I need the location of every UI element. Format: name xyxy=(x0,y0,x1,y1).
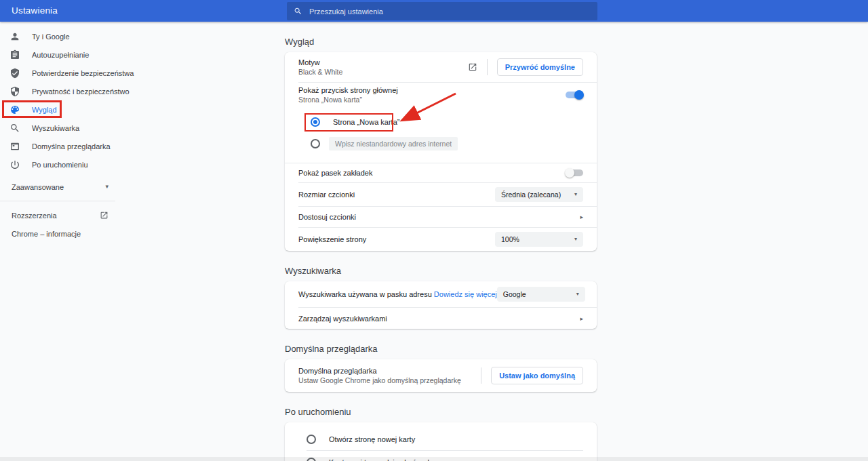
chevron-right-icon: ▸ xyxy=(580,315,583,322)
dropdown-caret-icon: ▾ xyxy=(576,292,579,297)
font-size-select[interactable]: Średnia (zalecana) ▾ xyxy=(495,187,583,202)
dropdown-caret-icon: ▾ xyxy=(574,237,577,242)
search-engine-row: Wyszukiwarka używana w pasku adresu Dowi… xyxy=(285,281,597,307)
appearance-heading: Wygląd xyxy=(285,22,597,52)
home-button-title: Pokaż przycisk strony głównej xyxy=(298,85,398,95)
font-size-label: Rozmiar czcionki xyxy=(298,190,355,199)
home-button-value: Strona „Nowa karta” xyxy=(298,96,398,104)
font-size-row: Rozmiar czcionki Średnia (zalecana) ▾ xyxy=(285,183,597,206)
palette-icon xyxy=(9,104,20,115)
clipboard-icon xyxy=(9,49,20,60)
search-engine-label: Wyszukiwarka używana w pasku adresu xyxy=(298,290,432,298)
ntp-radio-label: Strona „Nowa karta” xyxy=(333,118,399,126)
sidebar-item-label: Po uruchomieniu xyxy=(32,161,88,169)
open-in-new-icon[interactable] xyxy=(468,62,477,72)
search-engine-select[interactable]: Google ▾ xyxy=(497,287,585,302)
search-input[interactable] xyxy=(309,7,591,16)
radio-unselected[interactable] xyxy=(307,435,316,444)
page-zoom-select[interactable]: 100% ▾ xyxy=(495,232,583,247)
manage-search-engines-label: Zarządzaj wyszukiwarkami xyxy=(298,314,387,323)
ntp-radio-row[interactable]: Strona „Nowa karta” xyxy=(311,111,583,133)
default-browser-card: Domyślna przeglądarka Ustaw Google Chrom… xyxy=(285,359,597,392)
learn-more-link[interactable]: Dowiedz się więcej xyxy=(434,290,497,298)
search-engine-card: Wyszukiwarka używana w pasku adresu Dowi… xyxy=(285,281,597,329)
sidebar-item-on-startup[interactable]: Po uruchomieniu xyxy=(0,155,142,174)
home-button-radio-group: Strona „Nowa karta” xyxy=(285,107,597,163)
vertical-divider xyxy=(487,59,488,75)
radio-selected[interactable] xyxy=(311,117,320,127)
extensions-label: Rozszerzenia xyxy=(12,212,57,220)
browser-window-icon xyxy=(9,141,20,152)
app-header: Ustawienia xyxy=(0,0,868,22)
on-startup-heading: Po uruchomieniu xyxy=(285,392,597,422)
default-browser-heading: Domyślna przeglądarka xyxy=(285,329,597,359)
advanced-label: Zaawansowane xyxy=(12,183,64,191)
startup-radio-group: Otwórz stronę nowej karty Kontynuuj tam,… xyxy=(285,422,597,461)
chevron-down-icon: ▾ xyxy=(105,184,108,190)
radio-unselected[interactable] xyxy=(311,139,320,148)
sidebar-item-privacy[interactable]: Prywatność i bezpieczeństwo xyxy=(0,82,142,100)
set-default-button[interactable]: Ustaw jako domyślną xyxy=(491,367,583,384)
vertical-divider xyxy=(481,367,481,384)
bookmarks-bar-row: Pokaż pasek zakładek xyxy=(285,163,597,182)
toggle-knob xyxy=(565,168,574,178)
dropdown-caret-icon: ▾ xyxy=(574,192,577,197)
security-shield-icon xyxy=(9,86,20,97)
theme-row[interactable]: Motyw Black & White Przywróć domyślne xyxy=(285,52,597,82)
settings-content: Wygląd Motyw Black & White Przywróć domy… xyxy=(285,22,597,461)
sidebar-item-label: Autouzupełnianie xyxy=(32,51,89,59)
default-browser-title: Domyślna przeglądarka xyxy=(298,366,461,376)
sidebar-item-label: Potwierdzenie bezpieczeństwa xyxy=(32,69,134,77)
default-browser-row: Domyślna przeglądarka Ustaw Google Chrom… xyxy=(285,359,597,392)
startup-option-ntp[interactable]: Otwórz stronę nowej karty xyxy=(307,428,583,450)
sidebar-item-you-and-google[interactable]: Ty i Google xyxy=(0,27,142,45)
sidebar-advanced-toggle[interactable]: Zaawansowane ▾ xyxy=(0,178,108,196)
sidebar-item-search-engine[interactable]: Wyszukiwarka xyxy=(0,119,142,137)
home-button-toggle[interactable] xyxy=(566,92,583,98)
settings-search[interactable] xyxy=(287,2,597,20)
power-icon xyxy=(9,159,20,170)
customize-fonts-label: Dostosuj czcionki xyxy=(298,212,356,222)
sidebar-item-label: Domyślna przeglądarka xyxy=(32,142,111,151)
bookmarks-bar-label: Pokaż pasek zakładek xyxy=(298,168,372,178)
manage-search-engines-row[interactable]: Zarządzaj wyszukiwarkami ▸ xyxy=(285,308,597,329)
search-engine-value: Google xyxy=(503,290,526,298)
custom-address-radio-row[interactable] xyxy=(311,133,583,155)
viewport-bottom-edge xyxy=(0,457,868,461)
shield-check-icon xyxy=(9,68,20,79)
customize-fonts-row[interactable]: Dostosuj czcionki ▸ xyxy=(285,207,597,227)
sidebar-item-appearance[interactable]: Wygląd xyxy=(0,100,142,119)
show-home-button-row: Pokaż przycisk strony głównej Strona „No… xyxy=(285,83,597,107)
theme-title: Motyw xyxy=(298,58,342,67)
default-browser-subtitle: Ustaw Google Chrome jako domyślną przegl… xyxy=(298,376,461,385)
bookmarks-bar-toggle[interactable] xyxy=(566,169,583,176)
font-size-value: Średnia (zalecana) xyxy=(501,191,561,199)
sidebar-item-label: Wygląd xyxy=(32,106,57,114)
sidebar-item-safety-check[interactable]: Potwierdzenie bezpieczeństwa xyxy=(0,64,142,82)
appearance-card: Motyw Black & White Przywróć domyślne Po… xyxy=(285,52,597,251)
on-startup-card: Otwórz stronę nowej karty Kontynuuj tam,… xyxy=(285,422,597,461)
search-icon xyxy=(9,123,20,134)
chrome-settings-page: Ustawienia Ty i Google Autouzupełnianie … xyxy=(0,0,868,461)
settings-sidebar: Ty i Google Autouzupełnianie Potwierdzen… xyxy=(0,27,142,243)
reset-theme-button[interactable]: Przywróć domyślne xyxy=(497,58,583,76)
theme-value: Black & White xyxy=(298,68,342,77)
search-icon xyxy=(294,7,302,16)
toggle-knob xyxy=(574,90,584,100)
startup-option1-label: Otwórz stronę nowej karty xyxy=(329,435,415,443)
page-zoom-value: 100% xyxy=(501,235,519,243)
page-zoom-label: Powiększenie strony xyxy=(298,235,366,244)
chevron-right-icon: ▸ xyxy=(580,214,583,220)
about-label: Chrome – informacje xyxy=(12,230,81,238)
external-link-icon xyxy=(100,211,108,220)
sidebar-item-extensions[interactable]: Rozszerzenia xyxy=(0,206,115,224)
sidebar-item-autofill[interactable]: Autouzupełnianie xyxy=(0,45,142,64)
person-icon xyxy=(9,31,20,42)
sidebar-item-default-browser[interactable]: Domyślna przeglądarka xyxy=(0,137,142,155)
page-title: Ustawienia xyxy=(12,5,58,16)
sidebar-item-about-chrome[interactable]: Chrome – informacje xyxy=(0,224,115,243)
custom-address-input[interactable] xyxy=(329,137,458,151)
page-zoom-row: Powiększenie strony 100% ▾ xyxy=(285,228,597,251)
search-engine-heading: Wyszukiwarka xyxy=(285,251,597,281)
sidebar-item-label: Wyszukiwarka xyxy=(32,124,79,132)
